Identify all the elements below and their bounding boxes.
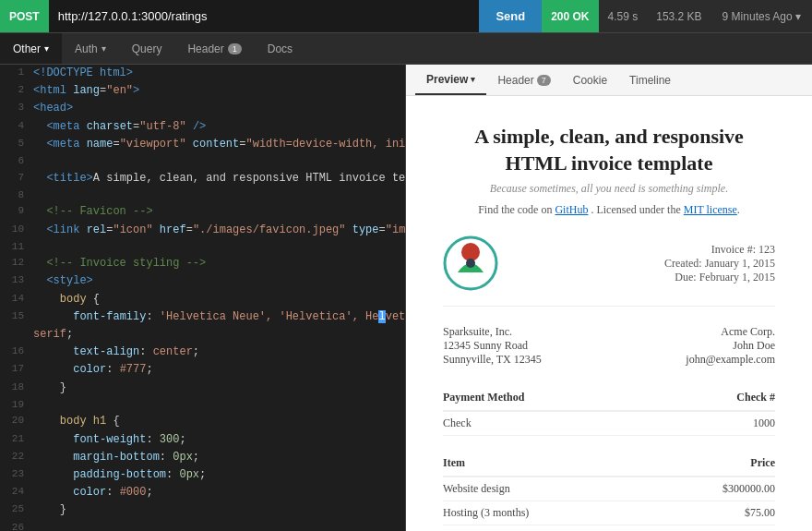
- to-address: Acme Corp. John Doe john@example.com: [686, 325, 775, 367]
- from-addr2: Sunnyville, TX 12345: [443, 353, 542, 367]
- line-number: 18: [7, 380, 33, 397]
- code-line: serif;: [0, 326, 405, 344]
- code-content: <!-- Favicon -->: [33, 203, 153, 221]
- code-content: font-family: 'Helvetica Neue', 'Helvetic…: [33, 308, 406, 326]
- tab-query[interactable]: Query: [119, 33, 175, 64]
- code-line: 14 body {: [0, 291, 405, 308]
- line-number: 2: [7, 82, 33, 100]
- invoice-number: Invoice #: 123: [664, 243, 775, 257]
- code-line: 11: [0, 239, 405, 256]
- code-line: 15 font-family: 'Helvetica Neue', 'Helve…: [0, 308, 405, 326]
- top-bar: POST Send 200 OK 4.59 s 153.2 KB 9 Minut…: [0, 0, 812, 33]
- tab-timeline[interactable]: Timeline: [618, 65, 682, 95]
- payment-method-header: Payment Method: [443, 385, 669, 411]
- code-line: 19: [0, 397, 405, 414]
- invoice-created: Created: January 1, 2015: [664, 257, 775, 271]
- code-content: <meta charset="utf-8" />: [33, 118, 206, 136]
- code-content: <!DOCTYPE html>: [33, 65, 133, 82]
- svg-point-2: [466, 259, 475, 268]
- invoice-content: A simple, clean, and responsive HTML inv…: [406, 96, 812, 531]
- to-name: Acme Corp.: [686, 325, 775, 339]
- table-row: Check 1000: [443, 411, 775, 436]
- invoice-header-row: Invoice #: 123 Created: January 1, 2015 …: [443, 235, 775, 307]
- code-content: <!-- Invoice styling -->: [33, 255, 206, 272]
- line-number: 12: [7, 255, 33, 272]
- code-line: 5 <meta name="viewport" content="width=d…: [0, 136, 405, 153]
- code-line: 18 }: [0, 380, 405, 397]
- item-price: $300000.00: [624, 477, 775, 501]
- from-addr1: 12345 Sunny Road: [443, 339, 542, 353]
- invoice-meta: Invoice #: 123 Created: January 1, 2015 …: [664, 243, 775, 284]
- line-number: 1: [7, 65, 33, 82]
- invoice-due: Due: February 1, 2015: [664, 271, 775, 284]
- code-pane[interactable]: 1<!DOCTYPE html>2<html lang="en">3<head>…: [0, 65, 406, 531]
- payment-method-cell: Check: [443, 411, 669, 436]
- code-content: <style>: [33, 272, 93, 290]
- code-line: 12 <!-- Invoice styling -->: [0, 255, 405, 272]
- code-content: body h1 {: [33, 413, 120, 430]
- code-content: }: [33, 501, 66, 519]
- invoice-logo: [443, 235, 498, 291]
- response-time: 4.59 s: [599, 0, 648, 32]
- header-badge: 1: [228, 43, 242, 54]
- item-price: $75.00: [624, 501, 775, 525]
- line-number: 21: [7, 431, 33, 449]
- time-ago: 9 Minutes Ago ▾: [711, 0, 812, 32]
- code-line: 3<head>: [0, 100, 405, 117]
- code-line: 22 margin-bottom: 0px;: [0, 449, 405, 466]
- license-link[interactable]: MIT license: [684, 203, 737, 216]
- code-line: 4 <meta charset="utf-8" />: [0, 118, 405, 136]
- invoice-github-line: Find the code on GitHub . Licensed under…: [443, 203, 775, 217]
- code-content: }: [33, 380, 66, 397]
- github-link[interactable]: GitHub: [555, 203, 588, 216]
- line-number: 10: [7, 222, 33, 239]
- from-address: Sparksuite, Inc. 12345 Sunny Road Sunnyv…: [443, 325, 542, 367]
- code-line: 21 font-weight: 300;: [0, 431, 405, 449]
- send-button[interactable]: Send: [479, 0, 542, 32]
- code-line: 13 <style>: [0, 272, 405, 290]
- code-line: 8: [0, 187, 405, 204]
- code-content: color: #000;: [33, 484, 153, 501]
- code-line: 25 }: [0, 501, 405, 519]
- check-header: Check #: [669, 385, 775, 411]
- price-header: Price: [624, 451, 775, 477]
- line-number: 8: [7, 187, 33, 204]
- url-input[interactable]: [49, 0, 480, 32]
- code-content: serif;: [33, 326, 73, 344]
- line-number: 3: [7, 100, 33, 117]
- line-number: 7: [7, 170, 33, 187]
- tab-preview[interactable]: Preview ▾: [415, 65, 486, 95]
- preview-dropdown-icon: ▾: [471, 75, 475, 84]
- code-content: color: #777;: [33, 361, 153, 379]
- invoice-title: A simple, clean, and responsive HTML inv…: [443, 124, 775, 176]
- code-content: text-align: center;: [33, 344, 199, 361]
- table-row: Website design $300000.00: [443, 477, 775, 501]
- code-line: 16 text-align: center;: [0, 344, 405, 361]
- code-line: 23 padding-bottom: 0px;: [0, 466, 405, 484]
- line-number: 16: [7, 344, 33, 361]
- items-table: Item Price Website design $300000.00 Hos…: [443, 451, 775, 531]
- line-number: 24: [7, 484, 33, 501]
- to-contact: John Doe: [686, 339, 775, 353]
- code-line: 20 body h1 {: [0, 413, 405, 430]
- code-content: padding-bottom: 0px;: [33, 466, 206, 484]
- item-name: Hosting (3 months): [443, 501, 624, 525]
- tab-docs[interactable]: Docs: [255, 33, 305, 64]
- code-content: <title>A simple, clean, and responsive H…: [33, 170, 406, 187]
- code-line: 10 <link rel="icon" href="./images/favic…: [0, 222, 405, 239]
- status-badge: 200 OK: [542, 0, 598, 32]
- code-content: <meta name="viewport" content="width=dev…: [33, 136, 406, 153]
- line-number: 22: [7, 449, 33, 466]
- method-badge: POST: [0, 0, 49, 32]
- tab-other[interactable]: Other: [0, 33, 62, 64]
- line-number: 25: [7, 501, 33, 519]
- main-split: 1<!DOCTYPE html>2<html lang="en">3<head>…: [0, 65, 812, 531]
- line-number: 11: [7, 239, 33, 256]
- tab-auth[interactable]: Auth: [62, 33, 119, 64]
- code-line: 17 color: #777;: [0, 361, 405, 379]
- line-number: 23: [7, 466, 33, 484]
- tab-cookie[interactable]: Cookie: [562, 65, 618, 95]
- tab-response-header[interactable]: Header 7: [486, 65, 561, 95]
- tab-header[interactable]: Header1: [174, 33, 254, 64]
- line-number: 13: [7, 272, 33, 290]
